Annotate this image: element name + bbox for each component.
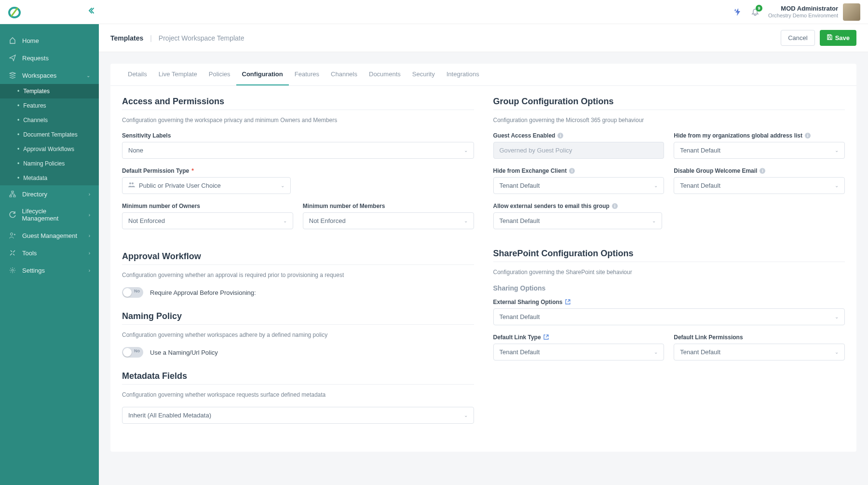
tab-policies[interactable]: Policies bbox=[203, 64, 236, 85]
sidebar-item-tools[interactable]: Tools › bbox=[0, 244, 99, 262]
sidebar: Home Requests Workspaces ⌄ Templates Fea… bbox=[0, 24, 99, 485]
sidebar-item-workspaces[interactable]: Workspaces ⌄ bbox=[0, 67, 99, 84]
sidebar-item-guest[interactable]: Guest Management › bbox=[0, 227, 99, 244]
sidebar-item-label: Workspaces bbox=[22, 72, 56, 79]
chevron-right-icon: › bbox=[89, 212, 90, 218]
section-desc-sharepoint: Configuration governing the SharePoint s… bbox=[493, 269, 845, 276]
tab-channels[interactable]: Channels bbox=[325, 64, 363, 85]
people-icon bbox=[128, 182, 135, 189]
save-icon bbox=[827, 34, 832, 42]
home-icon bbox=[9, 37, 16, 44]
chevron-down-icon: ⌄ bbox=[464, 413, 468, 418]
chevron-down-icon: ⌄ bbox=[835, 314, 839, 319]
sidebar-item-label: Requests bbox=[22, 55, 49, 62]
select-metadata[interactable]: Inherit (All Enabled Metadata) ⌄ bbox=[122, 407, 474, 424]
save-button-label: Save bbox=[835, 34, 850, 42]
sidebar-sub-channels[interactable]: Channels bbox=[0, 113, 99, 127]
tab-documents[interactable]: Documents bbox=[363, 64, 407, 85]
page-header: Templates | Project Workspace Template C… bbox=[99, 24, 868, 52]
select-value: Tenant Default bbox=[680, 348, 720, 356]
breadcrumb-separator: | bbox=[150, 34, 152, 42]
info-icon[interactable]: i bbox=[805, 133, 811, 139]
sidebar-item-requests[interactable]: Requests bbox=[0, 49, 99, 67]
breadcrumb-primary: Templates bbox=[110, 34, 143, 42]
tab-details[interactable]: Details bbox=[122, 64, 153, 85]
tab-security[interactable]: Security bbox=[407, 64, 441, 85]
user-name: MOD Administrator bbox=[768, 5, 838, 13]
sidebar-item-lifecycle[interactable]: Lifecycle Management › bbox=[0, 203, 99, 227]
refresh-icon bbox=[9, 211, 16, 219]
label-min-owners: Minimum number of Owners bbox=[122, 203, 293, 209]
notification-badge: 9 bbox=[756, 5, 762, 12]
sidebar-sub-approval-workflows[interactable]: Approval Workflows bbox=[0, 142, 99, 156]
toggle-text-naming: Use a Naming/Url Policy bbox=[150, 349, 218, 356]
label-hide-gal: Hide from my organizations global addres… bbox=[674, 132, 845, 139]
chevron-down-icon: ⌄ bbox=[654, 183, 658, 188]
external-link-icon[interactable] bbox=[543, 334, 549, 341]
select-sensitivity[interactable]: None ⌄ bbox=[122, 142, 474, 159]
info-icon[interactable]: i bbox=[569, 168, 575, 174]
section-desc-metadata: Configuration governing whether workspac… bbox=[122, 391, 474, 398]
sidebar-item-directory[interactable]: Directory › bbox=[0, 185, 99, 203]
chevron-down-icon: ⌄ bbox=[652, 218, 656, 223]
select-hide-gal[interactable]: Tenant Default ⌄ bbox=[674, 142, 845, 159]
sidebar-collapse-icon[interactable] bbox=[89, 7, 96, 17]
sidebar-workspaces-sub: Templates Features Channels Document Tem… bbox=[0, 84, 99, 185]
label-hide-exchange: Hide from Exchange Client i bbox=[493, 167, 665, 174]
svg-point-5 bbox=[12, 269, 14, 271]
chevron-down-icon: ⌄ bbox=[283, 218, 287, 223]
sidebar-sub-templates[interactable]: Templates bbox=[0, 84, 99, 98]
select-link-perm[interactable]: Tenant Default ⌄ bbox=[674, 344, 845, 360]
section-desc-naming: Configuration governing whether workspac… bbox=[122, 332, 474, 338]
select-ext-sharing[interactable]: Tenant Default ⌄ bbox=[493, 308, 845, 325]
sidebar-item-label: Directory bbox=[22, 191, 47, 198]
select-value: Not Enforced bbox=[309, 217, 346, 224]
toggle-naming-policy[interactable]: No bbox=[122, 347, 143, 358]
toggle-require-approval[interactable]: No bbox=[122, 287, 143, 298]
info-icon[interactable]: i bbox=[557, 133, 563, 139]
select-link-type[interactable]: Tenant Default ⌄ bbox=[493, 344, 665, 360]
user-menu[interactable]: MOD Administrator Orchestry Demo Environ… bbox=[768, 3, 860, 21]
sidebar-sub-naming-policies[interactable]: Naming Policies bbox=[0, 156, 99, 171]
section-title-approval: Approval Workflow bbox=[122, 251, 474, 262]
section-title-group: Group Configuration Options bbox=[493, 97, 845, 107]
label-min-members: Minimum number of Members bbox=[303, 203, 474, 209]
chevron-right-icon: › bbox=[89, 268, 90, 273]
select-ext-senders[interactable]: Tenant Default ⌄ bbox=[493, 212, 662, 229]
label-link-type: Default Link Type bbox=[493, 334, 665, 341]
sidebar-sub-metadata[interactable]: Metadata bbox=[0, 171, 99, 185]
select-value: Tenant Default bbox=[680, 147, 720, 154]
tab-integrations[interactable]: Integrations bbox=[441, 64, 485, 85]
select-hide-exchange[interactable]: Tenant Default ⌄ bbox=[493, 177, 665, 194]
sidebar-sub-doc-templates[interactable]: Document Templates bbox=[0, 127, 99, 142]
info-icon[interactable]: i bbox=[760, 168, 765, 174]
tab-configuration[interactable]: Configuration bbox=[236, 64, 289, 85]
svg-rect-3 bbox=[14, 195, 15, 197]
external-link-icon[interactable] bbox=[565, 299, 570, 305]
select-permission-type[interactable]: Public or Private User Choice ⌄ bbox=[122, 177, 291, 194]
select-min-members[interactable]: Not Enforced ⌄ bbox=[303, 212, 474, 229]
select-disable-welcome[interactable]: Tenant Default ⌄ bbox=[674, 177, 845, 194]
section-title-access: Access and Permissions bbox=[122, 97, 474, 107]
chevron-down-icon: ⌄ bbox=[464, 218, 468, 223]
save-button[interactable]: Save bbox=[820, 30, 856, 46]
info-icon[interactable]: i bbox=[612, 203, 618, 209]
cancel-button[interactable]: Cancel bbox=[781, 30, 814, 46]
sidebar-item-label: Tools bbox=[22, 249, 37, 257]
sidebar-item-label: Lifecycle Management bbox=[22, 208, 83, 222]
sidebar-item-home[interactable]: Home bbox=[0, 32, 99, 49]
tab-features[interactable]: Features bbox=[289, 64, 325, 85]
chevron-down-icon: ⌄ bbox=[281, 183, 285, 188]
select-min-owners[interactable]: Not Enforced ⌄ bbox=[122, 212, 293, 229]
lightning-icon[interactable] bbox=[733, 8, 742, 16]
sidebar-item-settings[interactable]: Settings › bbox=[0, 262, 99, 279]
label-ext-sharing: External Sharing Options bbox=[493, 299, 845, 305]
layers-icon bbox=[9, 71, 16, 79]
chevron-down-icon: ⌄ bbox=[835, 148, 839, 153]
tab-live-template[interactable]: Live Template bbox=[153, 64, 203, 85]
sidebar-sub-features[interactable]: Features bbox=[0, 98, 99, 113]
sidebar-item-label: Home bbox=[22, 37, 39, 44]
subsection-sharing-options: Sharing Options bbox=[493, 284, 845, 292]
select-value: Governed by Guest Policy bbox=[500, 147, 572, 154]
bell-icon[interactable]: 9 bbox=[751, 8, 760, 16]
